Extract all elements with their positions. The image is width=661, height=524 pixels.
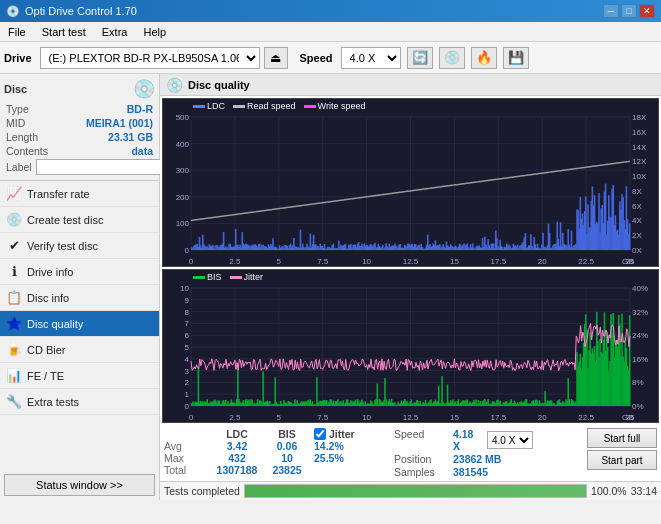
progress-time: 33:14 <box>631 485 657 497</box>
verify-icon: ✔ <box>6 238 22 254</box>
position-label: Position <box>394 453 449 465</box>
menu-extra[interactable]: Extra <box>94 22 136 41</box>
disc-button[interactable]: 💿 <box>439 47 465 69</box>
total-ldc: 1307188 <box>214 464 260 476</box>
toolbar: Drive (E:) PLEXTOR BD-R PX-LB950SA 1.06 … <box>0 42 661 74</box>
sidebar-item-disc-quality[interactable]: ⭐ Disc quality <box>0 311 159 337</box>
sidebar-item-extra-tests[interactable]: 🔧 Extra tests <box>0 389 159 415</box>
dq-header-title: Disc quality <box>188 79 250 91</box>
drive-info-icon: ℹ <box>6 264 22 280</box>
max-ldc: 432 <box>214 452 260 464</box>
disc-panel: Disc 💿 Type BD-R MID MEIRA1 (001) Length… <box>0 74 159 181</box>
disc-section-title: Disc <box>4 83 27 95</box>
speed-stat-value: 4.18 X <box>453 428 483 452</box>
sidebar: Disc 💿 Type BD-R MID MEIRA1 (001) Length… <box>0 74 160 500</box>
disc-panel-header: Disc 💿 <box>4 78 155 100</box>
row-avg-label: Avg <box>164 440 210 452</box>
transfer-rate-icon: 📈 <box>6 186 22 202</box>
sidebar-item-fe-te[interactable]: 📊 FE / TE <box>0 363 159 389</box>
right-stats-area: Speed 4.18 X 4.0 X Position 23862 MB Sam… <box>388 428 577 478</box>
jitter-checkbox[interactable] <box>314 428 326 440</box>
position-value: 23862 MB <box>453 453 533 465</box>
lower-chart-canvas <box>163 270 658 422</box>
sidebar-item-cd-bier[interactable]: 🍺 CD Bier <box>0 337 159 363</box>
col-ldc: LDC <box>214 428 260 440</box>
eject-button[interactable]: ⏏ <box>264 47 288 69</box>
speed-stat-select[interactable]: 4.0 X <box>487 431 533 449</box>
jitter-col-label: Jitter <box>329 428 355 440</box>
disc-type-row: Type BD-R <box>4 102 155 116</box>
disc-length-row: Length 23.31 GB <box>4 130 155 144</box>
title-bar: 💿 Opti Drive Control 1.70 ─ □ ✕ <box>0 0 661 22</box>
menu-bar: File Start test Extra Help <box>0 22 661 42</box>
maximize-button[interactable]: □ <box>621 4 637 18</box>
content-area: 💿 Disc quality LDC Read speed <box>160 74 661 500</box>
progress-bar-fill <box>245 485 586 497</box>
progress-bar-area: Tests completed 100.0% 33:14 <box>160 481 661 500</box>
start-part-button[interactable]: Start part <box>587 450 657 470</box>
title-bar-controls: ─ □ ✕ <box>603 4 655 18</box>
samples-value: 381545 <box>453 466 533 478</box>
save-button[interactable]: 💾 <box>503 47 529 69</box>
upper-chart: LDC Read speed Write speed <box>162 98 659 267</box>
stats-table-area: LDC BIS Jitter Avg 3.42 0.06 14.2% Max 4… <box>164 428 384 476</box>
fe-te-icon: 📊 <box>6 368 22 384</box>
avg-ldc: 3.42 <box>214 440 260 452</box>
progress-bar <box>244 484 587 498</box>
max-jitter: 25.5% <box>314 452 384 464</box>
sidebar-item-create-test-disc[interactable]: 💿 Create test disc <box>0 207 159 233</box>
extra-tests-icon: 🔧 <box>6 394 22 410</box>
speed-select[interactable]: 4.0 X <box>341 47 401 69</box>
drive-select[interactable]: (E:) PLEXTOR BD-R PX-LB950SA 1.06 <box>40 47 260 69</box>
disc-mid-row: MID MEIRA1 (001) <box>4 116 155 130</box>
sidebar-item-drive-info[interactable]: ℹ Drive info <box>0 259 159 285</box>
sidebar-item-disc-info[interactable]: 📋 Disc info <box>0 285 159 311</box>
disc-contents-row: Contents data <box>4 144 155 158</box>
jitter-legend: Jitter <box>230 272 264 282</box>
status-text: Tests completed <box>164 485 240 497</box>
sidebar-item-verify-test-disc[interactable]: ✔ Verify test disc <box>0 233 159 259</box>
row-total-label: Total <box>164 464 210 476</box>
stats-row: LDC BIS Jitter Avg 3.42 0.06 14.2% Max 4… <box>160 425 661 481</box>
speed-stat-row: 4.18 X 4.0 X <box>453 428 533 452</box>
disc-quality-icon: ⭐ <box>6 316 22 332</box>
disc-label-row: Label 🏷 <box>4 158 155 176</box>
speed-label: Speed <box>300 52 333 64</box>
col-bis: BIS <box>264 428 310 440</box>
drive-label: Drive <box>4 52 32 64</box>
minimize-button[interactable]: ─ <box>603 4 619 18</box>
burn-button[interactable]: 🔥 <box>471 47 497 69</box>
total-bis: 23825 <box>264 464 310 476</box>
title-bar-title: 💿 Opti Drive Control 1.70 <box>6 5 137 18</box>
refresh-button[interactable]: 🔄 <box>407 47 433 69</box>
speed-stat-label: Speed <box>394 428 449 452</box>
menu-help[interactable]: Help <box>135 22 174 41</box>
avg-bis: 0.06 <box>264 440 310 452</box>
start-full-button[interactable]: Start full <box>587 428 657 448</box>
lower-chart: BIS Jitter <box>162 269 659 423</box>
write-speed-legend: Write speed <box>304 101 366 111</box>
sidebar-item-transfer-rate[interactable]: 📈 Transfer rate <box>0 181 159 207</box>
charts-area: LDC Read speed Write speed <box>160 96 661 425</box>
read-speed-legend: Read speed <box>233 101 296 111</box>
menu-file[interactable]: File <box>0 22 34 41</box>
create-test-icon: 💿 <box>6 212 22 228</box>
status-window-button[interactable]: Status window >> <box>4 474 155 496</box>
bis-legend: BIS <box>193 272 222 282</box>
max-bis: 10 <box>264 452 310 464</box>
progress-percent: 100.0% <box>591 485 627 497</box>
avg-jitter: 14.2% <box>314 440 384 452</box>
menu-start-test[interactable]: Start test <box>34 22 94 41</box>
start-buttons: Start full Start part <box>587 428 657 470</box>
ldc-legend: LDC <box>193 101 225 111</box>
upper-chart-legend: LDC Read speed Write speed <box>193 101 365 111</box>
main-content: Disc 💿 Type BD-R MID MEIRA1 (001) Length… <box>0 74 661 500</box>
dq-header-icon: 💿 <box>166 77 183 93</box>
app-icon: 💿 <box>6 5 20 18</box>
samples-label: Samples <box>394 466 449 478</box>
disc-quality-header: 💿 Disc quality <box>160 74 661 96</box>
upper-chart-canvas <box>163 99 658 266</box>
label-input[interactable] <box>36 159 169 175</box>
lower-chart-legend: BIS Jitter <box>193 272 263 282</box>
close-button[interactable]: ✕ <box>639 4 655 18</box>
